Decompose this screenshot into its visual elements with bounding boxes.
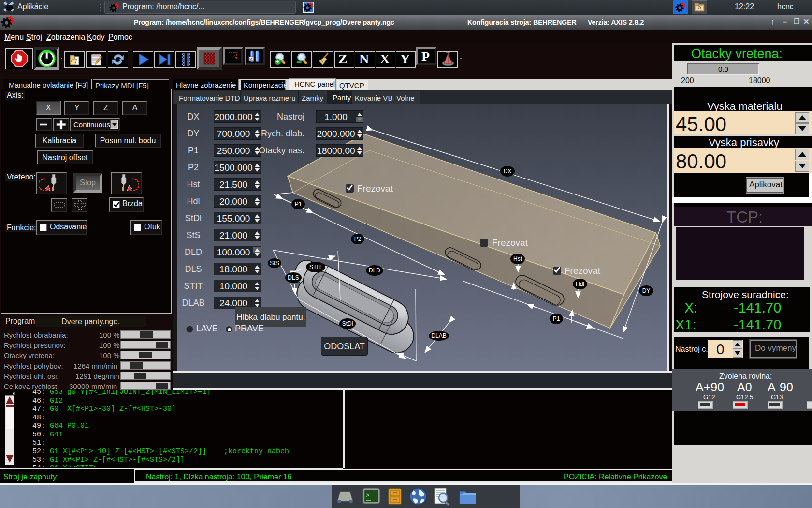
svg-text:DLD: DLD bbox=[369, 267, 380, 274]
svg-text:M1: M1 bbox=[249, 57, 254, 60]
svg-text:P1: P1 bbox=[553, 315, 560, 322]
svg-text:P2: P2 bbox=[354, 236, 362, 242]
svg-text:STIT: STIT bbox=[309, 264, 322, 270]
svg-text:DLS: DLS bbox=[288, 274, 299, 281]
svg-text:DLAB: DLAB bbox=[431, 332, 446, 339]
svg-text:DX: DX bbox=[504, 168, 512, 175]
svg-text:StDl: StDl bbox=[342, 320, 353, 327]
svg-text:DY: DY bbox=[642, 287, 651, 294]
svg-text:>_: >_ bbox=[366, 493, 373, 499]
svg-text:StS: StS bbox=[270, 260, 279, 267]
svg-text:Hst: Hst bbox=[513, 255, 522, 262]
svg-text:Hdl: Hdl bbox=[576, 281, 584, 287]
svg-text:P1: P1 bbox=[295, 201, 302, 208]
